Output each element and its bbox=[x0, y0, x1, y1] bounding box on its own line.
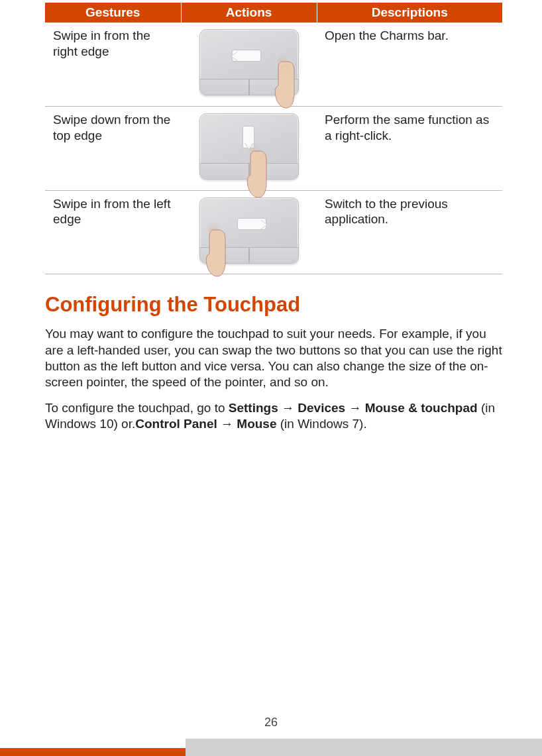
section-heading: Configuring the Touchpad bbox=[45, 293, 502, 317]
arrow-icon: → bbox=[278, 401, 298, 415]
nav-path: Control Panel bbox=[135, 417, 217, 431]
action-cell bbox=[181, 23, 317, 106]
page-number: 26 bbox=[0, 716, 542, 729]
text: To configure the touchpad, go to bbox=[45, 401, 229, 415]
table-header-row: Gestures Actions Descriptions bbox=[45, 3, 502, 23]
th-gestures: Gestures bbox=[45, 3, 181, 23]
description-cell: Perform the same function as a right-cli… bbox=[317, 106, 502, 190]
gesture-cell: Swipe in from the right edge bbox=[45, 23, 181, 106]
touchpad-swipe-left-edge-icon bbox=[199, 197, 299, 264]
footer-bar bbox=[0, 739, 542, 756]
th-actions: Actions bbox=[181, 3, 317, 23]
touchpad-swipe-right-edge-icon bbox=[199, 29, 299, 95]
arrow-icon: → bbox=[217, 417, 237, 431]
nav-path: Mouse & touchpad bbox=[365, 401, 478, 415]
nav-path: Devices bbox=[298, 401, 345, 415]
table-row: Swipe down from the top edge bbox=[45, 106, 502, 190]
body-paragraph: To configure the touchpad, go to Setting… bbox=[45, 400, 502, 433]
th-descriptions: Descriptions bbox=[317, 3, 502, 23]
table-row: Swipe in from the right edge bbox=[45, 23, 502, 106]
arrow-icon: → bbox=[345, 401, 365, 415]
gesture-cell: Swipe in from the left edge bbox=[45, 190, 181, 274]
text: (in Windows 7). bbox=[277, 417, 367, 431]
body-paragraph: You may want to configure the touchpad t… bbox=[45, 326, 502, 390]
description-cell: Switch to the previous application. bbox=[317, 190, 502, 274]
gesture-cell: Swipe down from the top edge bbox=[45, 106, 181, 190]
touchpad-swipe-top-edge-icon bbox=[199, 113, 299, 180]
nav-path: Settings bbox=[229, 401, 278, 415]
action-cell bbox=[181, 190, 317, 274]
gestures-table: Gestures Actions Descriptions Swipe in f… bbox=[45, 3, 502, 274]
description-cell: Open the Charms bar. bbox=[317, 23, 502, 106]
action-cell bbox=[181, 106, 317, 190]
nav-path: Mouse bbox=[237, 417, 276, 431]
table-row: Swipe in from the left edge bbox=[45, 190, 502, 274]
